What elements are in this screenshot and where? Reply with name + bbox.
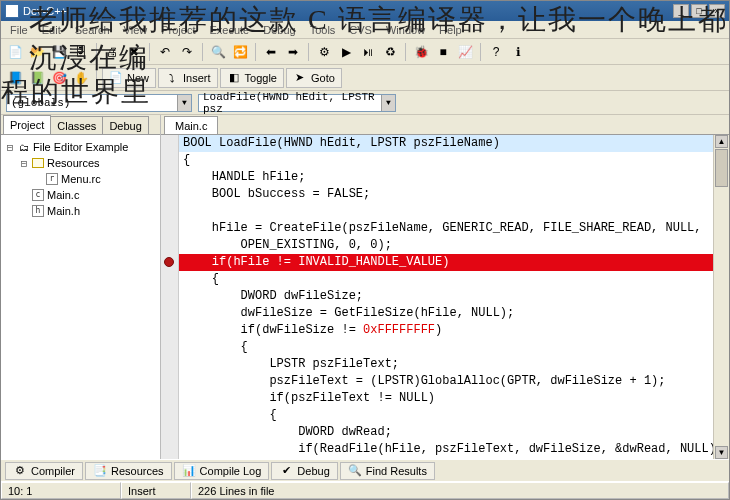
code-editor[interactable]: BOOL LoadFile(HWND hEdit, LPSTR pszFileN… xyxy=(179,135,713,459)
chevron-down-icon[interactable]: ▼ xyxy=(177,95,191,111)
menu-window[interactable]: Window xyxy=(379,23,432,37)
menu-edit[interactable]: Edit xyxy=(35,23,68,37)
tb-print-icon[interactable]: 🖨 xyxy=(102,42,122,62)
tb-close-icon[interactable]: ✖ xyxy=(124,42,144,62)
maximize-button[interactable]: □ xyxy=(691,4,707,18)
code-line: if(dwFileSize != 0xFFFFFFFF) xyxy=(179,322,713,339)
scroll-down-icon[interactable]: ▼ xyxy=(715,446,728,459)
editor-tab-main-c[interactable]: Main.c xyxy=(164,116,218,134)
tb-sep xyxy=(480,43,481,61)
collapse-icon[interactable]: ⊟ xyxy=(3,141,17,154)
menu-execute[interactable]: Execute xyxy=(202,23,256,37)
left-tab-project[interactable]: Project xyxy=(3,115,51,134)
function-combo-value: LoadFile(HWND hEdit, LPSTR psz xyxy=(199,91,381,115)
tb2-goto-label: Goto xyxy=(311,72,335,84)
tb2-book2-icon[interactable]: 📗 xyxy=(27,68,47,88)
code-line: LPSTR pszFileText; xyxy=(179,356,713,373)
tb2-insert-label: Insert xyxy=(183,72,211,84)
tb2-hand-icon[interactable]: ✋ xyxy=(71,68,91,88)
tb-compile-icon[interactable]: ⚙ xyxy=(314,42,334,62)
close-button[interactable]: × xyxy=(709,4,725,18)
tb-sep xyxy=(96,69,97,87)
goto-icon: ➤ xyxy=(293,71,307,85)
tb-open-icon[interactable]: 📂 xyxy=(27,42,47,62)
scope-combo[interactable]: (globals) ▼ xyxy=(6,94,192,112)
editor-gutter[interactable] xyxy=(161,135,179,459)
tb-find-icon[interactable]: 🔍 xyxy=(208,42,228,62)
tb2-new-button[interactable]: 📄New xyxy=(102,68,156,88)
tb-undo-icon[interactable]: ↶ xyxy=(155,42,175,62)
tb-debug-icon[interactable]: 🐞 xyxy=(411,42,431,62)
project-tree[interactable]: ⊟ 🗂 File Editor Example ⊟ Resources r Me… xyxy=(1,135,160,459)
minimize-button[interactable]: _ xyxy=(673,4,689,18)
tree-file-menu-rc[interactable]: r Menu.rc xyxy=(3,171,160,187)
tb-run-icon[interactable]: ▶ xyxy=(336,42,356,62)
code-line: { xyxy=(179,271,713,288)
menu-tools[interactable]: Tools xyxy=(303,23,343,37)
tb-stop-icon[interactable]: ■ xyxy=(433,42,453,62)
code-line: if(ReadFile(hFile, pszFileText, dwFileSi… xyxy=(179,441,713,458)
tb-fwd-icon[interactable]: ➡ xyxy=(283,42,303,62)
tb-back-icon[interactable]: ⬅ xyxy=(261,42,281,62)
tb-redo-icon[interactable]: ↷ xyxy=(177,42,197,62)
tree-folder-resources[interactable]: ⊟ Resources xyxy=(3,155,160,171)
code-line: DWORD dwFileSize; xyxy=(179,288,713,305)
function-combo[interactable]: LoadFile(HWND hEdit, LPSTR psz ▼ xyxy=(198,94,396,112)
breakpoint-icon[interactable] xyxy=(164,257,174,267)
scroll-up-icon[interactable]: ▲ xyxy=(715,135,728,148)
code-line: if(pszFileText != NULL) xyxy=(179,390,713,407)
code-line: dwFileSize = GetFileSize(hFile, NULL); xyxy=(179,305,713,322)
tree-root[interactable]: ⊟ 🗂 File Editor Example xyxy=(3,139,160,155)
menu-cvs[interactable]: CVS xyxy=(342,23,379,37)
menu-file[interactable]: File xyxy=(3,23,35,37)
toolbar-main: 📄 📂 💾 🗄 🖨 ✖ ↶ ↷ 🔍 🔁 ⬅ ➡ ⚙ ▶ ⏯ ♻ 🐞 ■ 📈 ? … xyxy=(1,39,729,65)
scope-combo-value: (globals) xyxy=(7,97,177,109)
bottom-tab-resources[interactable]: 📑Resources xyxy=(85,462,172,480)
tb-profile-icon[interactable]: 📈 xyxy=(455,42,475,62)
tree-file-main-h[interactable]: h Main.h xyxy=(3,203,160,219)
collapse-icon[interactable]: ⊟ xyxy=(17,157,31,170)
code-line: { xyxy=(179,339,713,356)
tb2-goto-button[interactable]: ➤Goto xyxy=(286,68,342,88)
tb-help-icon[interactable]: ? xyxy=(486,42,506,62)
tb-new-icon[interactable]: 📄 xyxy=(5,42,25,62)
left-tab-classes[interactable]: Classes xyxy=(50,116,103,134)
code-line: { xyxy=(179,152,713,169)
c-file-icon: c xyxy=(31,189,45,201)
tb2-insert-button[interactable]: ⤵Insert xyxy=(158,68,218,88)
bottom-tab-compile-log[interactable]: 📊Compile Log xyxy=(174,462,270,480)
left-panel: Project Classes Debug ⊟ 🗂 File Editor Ex… xyxy=(1,115,161,459)
chevron-down-icon[interactable]: ▼ xyxy=(381,95,395,111)
tb-rebuild-icon[interactable]: ♻ xyxy=(380,42,400,62)
tree-file-main-c[interactable]: c Main.c xyxy=(3,187,160,203)
resources-icon: 📑 xyxy=(93,464,107,478)
tree-file-label: Main.h xyxy=(47,205,80,217)
code-line xyxy=(179,203,713,220)
toolbar-secondary: 📘 📗 🎯 ✋ 📄New ⤵Insert ◧Toggle ➤Goto xyxy=(1,65,729,91)
bottom-tab-compiler[interactable]: ⚙Compiler xyxy=(5,462,83,480)
tb-compile-run-icon[interactable]: ⏯ xyxy=(358,42,378,62)
tb-save-icon[interactable]: 💾 xyxy=(49,42,69,62)
tb2-goto-icon[interactable]: 🎯 xyxy=(49,68,69,88)
menu-help[interactable]: Help xyxy=(432,23,469,37)
code-line: hFile = CreateFile(pszFileName, GENERIC_… xyxy=(179,220,713,237)
menu-project[interactable]: Project xyxy=(154,23,202,37)
menu-debug[interactable]: Debug xyxy=(256,23,302,37)
menu-search[interactable]: Search xyxy=(68,23,117,37)
menu-view[interactable]: View xyxy=(117,23,155,37)
tb-sep xyxy=(149,43,150,61)
tb-sep xyxy=(202,43,203,61)
scroll-thumb[interactable] xyxy=(715,149,728,187)
tb2-toggle-button[interactable]: ◧Toggle xyxy=(220,68,284,88)
tb-saveall-icon[interactable]: 🗄 xyxy=(71,42,91,62)
left-tab-debug[interactable]: Debug xyxy=(102,116,148,134)
title-bar[interactable]: Dev-C++ _ □ × xyxy=(1,1,729,21)
tb2-book-icon[interactable]: 📘 xyxy=(5,68,25,88)
bottom-tab-find-results[interactable]: 🔍Find Results xyxy=(340,462,435,480)
vertical-scrollbar[interactable]: ▲ ▼ xyxy=(713,135,729,459)
app-icon xyxy=(5,4,19,18)
tb-about-icon[interactable]: ℹ xyxy=(508,42,528,62)
compiler-icon: ⚙ xyxy=(13,464,27,478)
tb-replace-icon[interactable]: 🔁 xyxy=(230,42,250,62)
bottom-tab-debug[interactable]: ✔Debug xyxy=(271,462,337,480)
